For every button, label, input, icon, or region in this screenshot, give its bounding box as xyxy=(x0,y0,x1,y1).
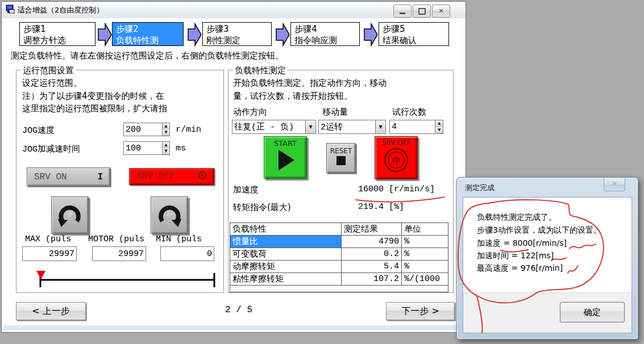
pos-min-label: MIN (puls xyxy=(156,234,202,244)
spin-up-icon[interactable]: ▲ xyxy=(163,142,169,148)
pos-motor-input[interactable] xyxy=(93,247,146,261)
row-value: 107.2 xyxy=(342,273,402,285)
maximize-icon xyxy=(418,8,426,15)
dialog-close-button[interactable]: ✕ xyxy=(604,178,625,191)
jog-accel-spinner[interactable]: ▲▼ xyxy=(162,142,169,154)
srv-off-label: SRV OFF xyxy=(136,171,174,182)
chevron-down-icon[interactable]: ▼ xyxy=(305,120,315,133)
dialog-line-1: 负载特性测定完成了。 xyxy=(477,212,556,223)
movement-select[interactable]: 2运转 ▼ xyxy=(318,120,386,134)
tab-step3[interactable]: 步骤3 刚性测定 xyxy=(202,22,272,46)
jog-rotate-negative-button[interactable] xyxy=(151,196,188,234)
pos-max-field[interactable] xyxy=(22,246,77,261)
title-bar[interactable]: 适合增益（2自由度控制） ✕ xyxy=(2,2,466,18)
torque-label: 转矩指令(最大) xyxy=(233,202,291,213)
next-step-label: 下一步 > xyxy=(401,305,439,317)
reset-button[interactable]: RESET xyxy=(326,143,356,173)
spin-down-icon[interactable]: ▼ xyxy=(163,148,169,154)
table-row[interactable]: 惯量比 4790 % xyxy=(230,236,448,248)
tab-step1[interactable]: 步骤1 调整方针选 xyxy=(19,22,95,46)
row-name[interactable]: 粘性摩擦转矩 xyxy=(230,273,342,285)
pos-motor-label: MOTOR (puls xyxy=(88,234,144,244)
jog-accel-field[interactable]: ▲▼ xyxy=(123,141,170,155)
dialog-footer: 确定 xyxy=(463,292,631,333)
accel-label: 加速度 xyxy=(233,184,259,195)
row-value: 4790 xyxy=(342,236,402,247)
row-unit: % xyxy=(402,248,447,260)
pos-motor-field[interactable] xyxy=(92,246,146,261)
start-button[interactable]: START xyxy=(264,136,307,179)
close-icon: ✕ xyxy=(612,180,618,188)
travel-range-slider[interactable] xyxy=(32,266,220,290)
pos-max-input[interactable] xyxy=(23,247,76,261)
ok-button[interactable]: 确定 xyxy=(560,302,625,322)
spin-down-icon[interactable]: ▼ xyxy=(163,129,169,136)
step-description: 测定负载特性。请在左侧按运行范围设定后，右侧的负载特性测定按钮。 xyxy=(11,51,284,61)
row-name[interactable]: 可变载荷 xyxy=(230,248,342,260)
row-name[interactable]: 惯量比 xyxy=(230,236,342,247)
panel-operating-range: 运行范围设置 设定运行范围。 注）为了以步骤4变更指令的时候，在 这里指定的运行… xyxy=(16,70,224,293)
trials-spinner[interactable]: ▲▼ xyxy=(435,120,443,133)
table-row[interactable]: 动摩擦转矩 5.4 % xyxy=(230,261,448,273)
step1-line1: 步骤1 xyxy=(23,23,92,35)
step4-line1: 步骤4 xyxy=(294,23,356,35)
step2-line2: 负载特性测 xyxy=(116,35,180,46)
row-name[interactable]: 动摩擦转矩 xyxy=(230,261,342,272)
srv-on-label: SRV ON xyxy=(34,172,67,182)
step-arrow-icon xyxy=(188,23,202,47)
range-desc-2: 注）为了以步骤4变更指令的时候，在 xyxy=(22,91,164,102)
stop-square-icon xyxy=(335,155,347,166)
srv-off-button-left[interactable]: SRV OFF xyxy=(129,168,214,185)
srv-off-stop-label: SRV OFF xyxy=(375,139,417,146)
range-desc-3: 这里指定的运行范围被限制，扩大请指 xyxy=(22,103,167,114)
row-value: 0.2 xyxy=(342,248,402,260)
dialog-line-3: 加速度 = 8000[r/min/s] xyxy=(477,238,567,249)
panel-load-measurement-title: 负载特性测定 xyxy=(233,65,288,76)
chevron-down-icon[interactable]: ▼ xyxy=(375,120,385,133)
next-step-button[interactable]: 下一步 > xyxy=(386,302,455,320)
pos-min-input[interactable] xyxy=(161,247,214,261)
trials-field[interactable]: ▲▼ xyxy=(389,120,443,134)
spin-up-icon[interactable]: ▲ xyxy=(163,123,169,129)
maximize-button[interactable] xyxy=(413,5,431,18)
movement-label: 移动量 xyxy=(322,107,348,118)
step3-line2: 刚性测定 xyxy=(206,35,268,46)
pos-min-field[interactable] xyxy=(160,246,214,261)
row-unit: %/(1000 xyxy=(402,273,447,285)
srv-on-button[interactable]: SRV ON I xyxy=(27,167,110,186)
slider-position-marker[interactable] xyxy=(36,271,45,279)
jog-speed-spinner[interactable]: ▲▼ xyxy=(162,123,169,136)
torque-unit: [%] xyxy=(389,202,404,212)
minimize-icon xyxy=(400,12,405,14)
step5-line1: 步骤5 xyxy=(383,23,445,35)
rotate-ccw-plus-icon xyxy=(57,202,83,228)
dialog-line-2: 步骤3动作设置，成为以下的设置。 xyxy=(477,225,601,236)
jog-speed-input[interactable] xyxy=(124,123,162,136)
direction-select[interactable]: 往复(正 - 负) ▼ xyxy=(232,120,316,134)
trials-input[interactable] xyxy=(390,120,435,133)
direction-value: 往复(正 - 负) xyxy=(232,120,305,133)
srv-off-stop-button[interactable]: SRV OFF 停 xyxy=(375,136,418,179)
tab-step5[interactable]: 步骤5 结果确认 xyxy=(379,22,449,46)
page-indicator: 2 / 5 xyxy=(225,305,252,315)
jog-speed-unit: r/min xyxy=(176,125,201,135)
table-row[interactable]: 粘性摩擦转矩 107.2 %/(1000 xyxy=(230,273,448,286)
jog-rotate-positive-button[interactable] xyxy=(51,196,89,234)
row-value: 5.4 xyxy=(342,261,402,272)
tab-step2[interactable]: 步骤2 负载特性测 xyxy=(112,22,184,46)
tab-step4[interactable]: 步骤4 指令响应测 xyxy=(290,22,360,46)
jog-accel-label: JOG加减速时间 xyxy=(22,144,80,154)
spin-down-icon[interactable]: ▼ xyxy=(435,127,443,134)
minimize-button[interactable] xyxy=(393,5,412,18)
step-arrow-icon xyxy=(276,23,290,47)
jog-accel-input[interactable] xyxy=(124,142,162,154)
jog-accel-unit: ms xyxy=(176,144,186,153)
prev-step-button[interactable]: < 上一步 xyxy=(16,302,86,320)
dialog-line-4: 加速时间 = 122[ms] xyxy=(477,251,554,261)
close-button[interactable]: ✕ xyxy=(432,5,450,18)
dialog-body: 负载特性测定完成了。 步骤3动作设置，成为以下的设置。 加速度 = 8000[r… xyxy=(463,197,632,333)
step-arrow-icon xyxy=(364,23,379,47)
table-row[interactable]: 可变载荷 0.2 % xyxy=(230,248,448,261)
jog-speed-field[interactable]: ▲▼ xyxy=(123,123,170,136)
spin-up-icon[interactable]: ▲ xyxy=(435,120,443,127)
